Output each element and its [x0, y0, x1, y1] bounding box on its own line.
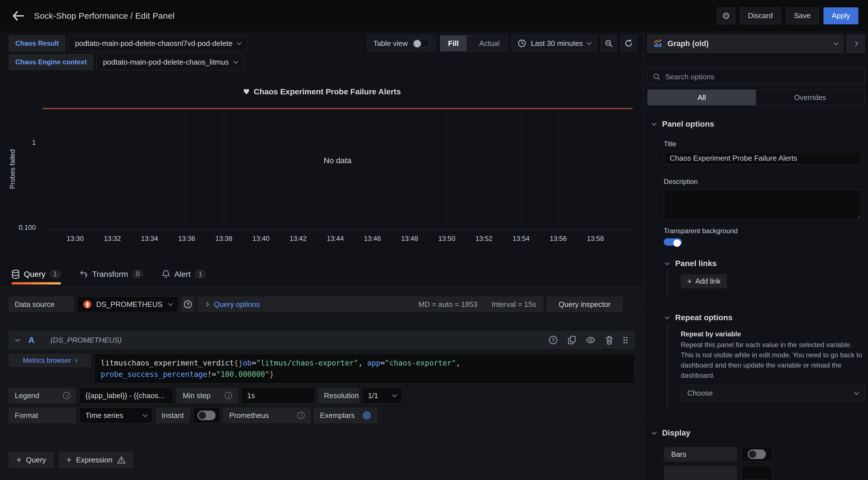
- apply-button[interactable]: Apply: [824, 7, 858, 24]
- save-button[interactable]: Save: [786, 7, 819, 24]
- exemplars-bullseye-icon[interactable]: [363, 411, 371, 420]
- time-range-picker[interactable]: Last 30 minutes: [512, 35, 597, 52]
- variable-chaos-engine-context: Chaos Engine context podtato-main-pod-de…: [8, 54, 247, 70]
- fill-option[interactable]: Fill: [440, 35, 467, 51]
- tab-alert[interactable]: Alert 1: [162, 270, 206, 286]
- options-search[interactable]: [647, 69, 865, 85]
- format-select[interactable]: Time series: [80, 408, 153, 423]
- actual-option[interactable]: Actual: [471, 35, 507, 51]
- visualization-picker[interactable]: Graph (old): [647, 35, 844, 53]
- tab-transform[interactable]: Transform 0: [79, 270, 144, 286]
- add-expression-label: Expression: [76, 456, 113, 465]
- collapse-chevron-icon[interactable]: [15, 337, 20, 342]
- panel-description-textarea[interactable]: [664, 190, 862, 220]
- panel-settings-button[interactable]: ⚙: [717, 7, 735, 24]
- back-button[interactable]: [10, 7, 27, 24]
- delete-query-button[interactable]: [604, 335, 614, 345]
- collapse-options-button[interactable]: [846, 35, 865, 53]
- y-axis-tick: 0.100: [0, 224, 40, 232]
- chevron-down-icon: [587, 40, 592, 45]
- drag-handle-icon[interactable]: [623, 336, 628, 344]
- variable-value-dropdown[interactable]: podtato-main-pod-delete-chaos_litmus: [96, 54, 244, 70]
- options-panel: Panel options Title Description Transpar…: [647, 119, 865, 480]
- resolution-select[interactable]: 1/1: [362, 388, 402, 404]
- chevron-down-icon: [233, 59, 238, 64]
- datasource-help-button[interactable]: ?: [181, 297, 194, 312]
- plus-icon: +: [687, 277, 692, 286]
- display-heading[interactable]: Display: [647, 428, 865, 438]
- chevron-down-icon: [143, 412, 148, 417]
- no-data-message: No data: [324, 156, 351, 165]
- repeat-variable-select[interactable]: Choose: [681, 385, 865, 402]
- add-query-button[interactable]: + Query: [8, 452, 54, 468]
- datasource-picker[interactable]: DS_PROMETHEUS: [77, 297, 178, 312]
- x-axis-tick: 13:54: [513, 235, 530, 243]
- resolution-label-box: Resolution: [318, 388, 359, 404]
- toggle-visibility-button[interactable]: [586, 335, 596, 345]
- discard-button[interactable]: Discard: [740, 7, 781, 24]
- x-axis-tick: 13:50: [438, 235, 455, 243]
- tab-overrides[interactable]: Overrides: [756, 90, 864, 105]
- min-step-input[interactable]: [241, 388, 315, 404]
- table-view-toggle[interactable]: [412, 39, 430, 48]
- gridline: [112, 109, 113, 230]
- query-card-header[interactable]: A (DS_PROMETHEUS) ?: [8, 331, 635, 349]
- options-search-input[interactable]: [665, 72, 859, 81]
- gridline: [372, 109, 373, 230]
- add-expression-button[interactable]: + Expression: [58, 452, 133, 468]
- legend-format-input[interactable]: [80, 388, 174, 404]
- format-options-row: Format Time series Instant Prometheus i: [8, 408, 635, 423]
- panel-toolbar: Chaos Result podtato-main-pod-delete-cha…: [0, 32, 644, 74]
- panel-options-heading[interactable]: Panel options: [647, 119, 865, 129]
- variable-value-dropdown[interactable]: podtato-main-pod-delete-chaosnl7vd-pod-d…: [68, 35, 247, 52]
- x-axis-tick: 13:30: [67, 235, 84, 243]
- query-options-link[interactable]: Query options: [214, 300, 260, 309]
- query-help-button[interactable]: ?: [548, 335, 558, 345]
- plot-area[interactable]: No data 1 0.100 13:3013:3213:3413:3613:3…: [42, 108, 632, 230]
- panel-links-heading[interactable]: Panel links: [660, 259, 865, 269]
- svg-text:?: ?: [186, 302, 189, 307]
- gridline: [558, 109, 559, 230]
- max-datapoints-text: MD = auto = 1853: [418, 300, 477, 309]
- options-filter-tabs: All Overrides: [647, 90, 865, 105]
- query-inspector-button[interactable]: Query inspector: [546, 297, 623, 312]
- datasource-name: DS_PROMETHEUS: [96, 300, 162, 309]
- chevron-right-icon: [204, 302, 209, 307]
- tab-count-badge: 0: [132, 270, 144, 279]
- section-divider: [647, 421, 865, 422]
- repeat-options-section: Repeat options Repeat by variable Repeat…: [660, 307, 865, 410]
- query-editor-section: Data source DS_PROMETHEUS ? Query option…: [0, 287, 644, 480]
- x-axis-tick: 13:38: [215, 235, 232, 243]
- bars-toggle[interactable]: [748, 449, 766, 459]
- metrics-browser-button[interactable]: Metrics browser: [8, 354, 91, 367]
- bars-label: Bars: [664, 447, 737, 461]
- instant-toggle-box: [193, 408, 220, 423]
- refresh-button[interactable]: [621, 35, 637, 52]
- zoom-out-button[interactable]: [601, 35, 617, 52]
- refresh-icon: [624, 39, 633, 47]
- variable-selected-value: podtato-main-pod-delete-chaos_litmus: [103, 58, 229, 67]
- add-link-button[interactable]: + Add link: [681, 274, 727, 288]
- database-icon: [11, 270, 20, 279]
- table-view-control[interactable]: Table view: [367, 35, 436, 52]
- datasource-label: Data source: [8, 297, 74, 312]
- panel-title-input[interactable]: [664, 152, 862, 165]
- query-footer-buttons: + Query + Expression: [8, 452, 635, 468]
- duplicate-query-button[interactable]: [567, 335, 577, 345]
- instant-toggle[interactable]: [197, 411, 216, 420]
- tab-all[interactable]: All: [648, 90, 756, 105]
- transparent-background-toggle[interactable]: [664, 238, 682, 246]
- alert-heart-icon: ♥: [243, 88, 250, 96]
- query-card-actions: ?: [548, 335, 628, 345]
- resize-grip-icon[interactable]: [856, 214, 860, 219]
- gridline: [224, 109, 224, 230]
- chevron-down-icon: [834, 40, 838, 45]
- repeat-options-heading[interactable]: Repeat options: [660, 312, 865, 323]
- threshold-line: [42, 108, 632, 109]
- arrow-left-icon: [12, 11, 24, 21]
- graph-viz-icon: [653, 39, 662, 48]
- edit-panel-left-column: Chaos Result podtato-main-pod-delete-cha…: [0, 32, 644, 480]
- options-sidebar: Graph (old) All Overrides Panel o: [644, 32, 868, 480]
- tab-query[interactable]: Query 1: [11, 270, 61, 286]
- promql-editor[interactable]: litmuschaos_experiment_verdict{job="litm…: [94, 354, 635, 384]
